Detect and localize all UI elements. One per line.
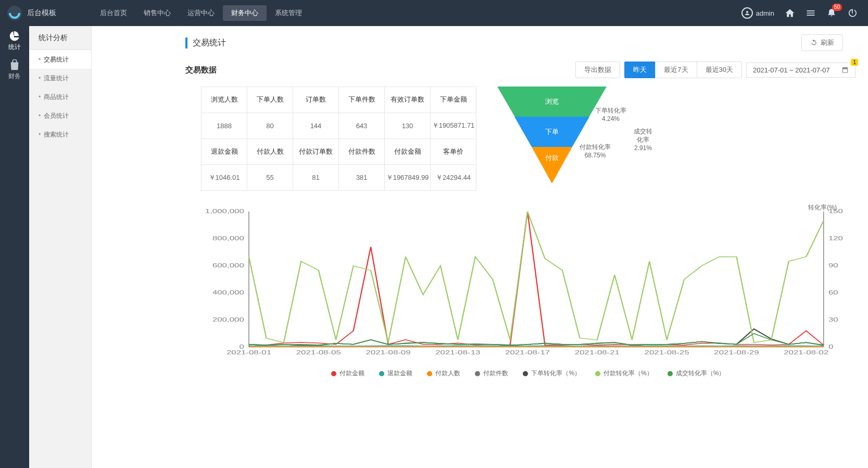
legend-item[interactable]: 付款件数 [475,369,508,378]
svg-text:2021-08-13: 2021-08-13 [435,349,480,355]
svg-text:2021-08-05: 2021-08-05 [296,349,341,355]
stats-head: 下单人数 [247,87,293,113]
svg-text:200,000: 200,000 [212,316,244,323]
svg-text:2021-08-21: 2021-08-21 [575,349,620,355]
legend-dot [595,371,600,376]
user-name: admin [756,9,774,17]
funnel-label-2: 付款转化率68.75% [580,143,611,159]
user-menu[interactable]: admin [741,7,774,19]
stats-value: 381 [339,165,385,191]
app-title: 后台模板 [27,8,56,18]
notifications[interactable]: 50 [826,7,837,19]
leftbar-item-stats[interactable]: 统计 [0,26,29,55]
legend-item[interactable]: 付款金额 [331,369,364,378]
subnav-item-2[interactable]: 商品统计 [29,88,91,106]
home-icon[interactable] [785,8,795,18]
power-icon[interactable] [847,8,858,18]
nav-item-0[interactable]: 后台首页 [92,0,135,26]
stats-value: 80 [247,113,293,139]
svg-text:2021-08-02: 2021-08-02 [784,349,828,355]
leftbar-item-finance[interactable]: 财务 [0,55,29,84]
funnel-stage-3: 付款 [532,147,572,183]
stats-value: 1888 [202,113,247,139]
svg-text:60: 60 [828,289,838,295]
svg-text:2021-08-25: 2021-08-25 [645,349,689,355]
top-nav: 后台首页销售中心运营中心财务中心系统管理 [92,0,310,26]
refresh-icon [810,39,817,46]
quick-range-0[interactable]: 昨天 [624,61,656,78]
date-range-picker[interactable]: 2021-07-01 ~ 2021-07-07 1 [746,63,856,78]
subnav-item-0[interactable]: 交易统计 [29,50,91,69]
quick-range-1[interactable]: 最近7天 [655,61,697,78]
stats-value: 130 [385,113,431,139]
logo-icon [7,6,22,20]
funnel-stage-2: 下单 [514,117,589,147]
stats-value: 144 [293,113,339,139]
legend-label: 付款件数 [483,369,508,378]
subnav-item-3[interactable]: 会员统计 [29,106,91,125]
legend-item[interactable]: 下单转化率（%） [523,369,581,378]
svg-text:800,000: 800,000 [212,235,244,241]
panel-title: 交易数据 [185,65,217,75]
menu-icon[interactable] [806,8,816,18]
stats-value: ￥1046.01 [202,165,247,191]
stats-head: 退款金额 [202,139,247,165]
nav-item-4[interactable]: 系统管理 [267,0,310,26]
stats-head: 付款件数 [339,139,385,165]
stats-value: 55 [247,165,293,191]
svg-text:400,000: 400,000 [212,289,244,295]
legend-item[interactable]: 成交转化率（%） [668,369,725,378]
nav-item-1[interactable]: 销售中心 [135,0,179,26]
funnel-stage-1: 浏览 [497,87,607,117]
date-range-value: 2021-07-01 ~ 2021-07-07 [753,66,830,74]
refresh-label: 刷新 [821,38,834,47]
refresh-button[interactable]: 刷新 [801,34,843,51]
legend-label: 成交转化率（%） [676,369,725,378]
content: 交易统计 刷新 交易数据 导出数据 昨天最近7天最近30天 2021-07-01… [92,26,868,468]
subnav-item-4[interactable]: 搜索统计 [29,125,91,144]
svg-text:600,000: 600,000 [212,262,244,268]
legend-dot [668,371,673,376]
stats-head: 付款订单数 [293,139,339,165]
stats-head: 下单金额 [431,87,476,113]
stats-value: 643 [339,113,385,139]
stats-head: 付款金额 [385,139,431,165]
export-button[interactable]: 导出数据 [575,61,620,78]
svg-text:2021-08-29: 2021-08-29 [714,349,759,355]
legend-dot [379,371,384,376]
svg-text:90: 90 [828,262,838,268]
stats-head: 有效订单数 [385,87,431,113]
nav-item-3[interactable]: 财务中心 [223,5,267,21]
stats-value: 81 [293,165,339,191]
stats-value: ￥1905871.71 [431,113,476,139]
stats-head: 浏览人数 [202,87,247,113]
legend-dot [523,371,528,376]
subnav: 统计分析 交易统计流量统计商品统计会员统计搜索统计 [29,26,92,468]
stats-value: ￥1967849.99 [385,165,431,191]
legend-item[interactable]: 付款人数 [427,369,460,378]
stats-table: 浏览人数下单人数订单数下单件数有效订单数下单金额 188880144643130… [201,87,476,191]
calendar-icon [841,66,849,73]
logo-area: 后台模板 [0,6,92,20]
user-icon [741,7,753,19]
notification-badge: 50 [832,4,842,11]
stats-value: ￥24294.44 [431,165,476,191]
y2-title: 转化率(%) [808,203,837,212]
legend-item[interactable]: 付款转化率（%） [595,369,653,378]
leftbar: 统计 财务 [0,26,29,468]
svg-text:30: 30 [828,316,838,323]
bag-icon [9,59,20,71]
funnel-label-1: 下单转化率4.24% [595,106,626,123]
legend-item[interactable]: 退款金额 [379,369,412,378]
svg-text:1,000,000: 1,000,000 [205,208,244,214]
quick-range-2[interactable]: 最近30天 [697,61,742,78]
legend-label: 下单转化率（%） [531,369,581,378]
page-title: 交易统计 [185,38,226,48]
nav-item-2[interactable]: 运营中心 [179,0,223,26]
leftbar-label: 财务 [8,72,21,81]
stats-head: 下单件数 [339,87,385,113]
svg-text:120: 120 [828,235,843,241]
subnav-item-1[interactable]: 流量统计 [29,69,91,88]
legend-label: 付款金额 [339,369,364,378]
legend-dot [331,371,336,376]
